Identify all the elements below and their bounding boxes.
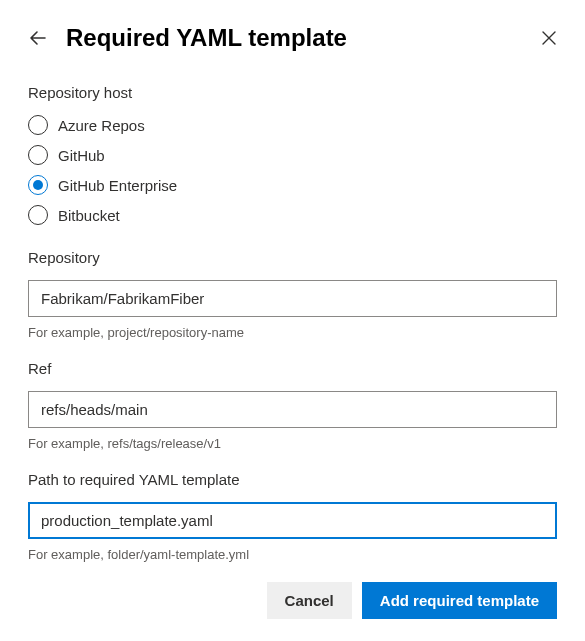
cancel-button[interactable]: Cancel — [267, 582, 352, 619]
ref-input[interactable] — [28, 391, 557, 428]
radio-option-github-enterprise[interactable]: GitHub Enterprise — [28, 175, 557, 195]
radio-label: Bitbucket — [58, 207, 120, 224]
radio-label: Azure Repos — [58, 117, 145, 134]
dialog-title: Required YAML template — [66, 24, 347, 52]
add-required-template-button[interactable]: Add required template — [362, 582, 557, 619]
path-hint: For example, folder/yaml-template.yml — [28, 547, 557, 562]
radio-icon — [28, 205, 48, 225]
radio-icon — [28, 115, 48, 135]
ref-hint: For example, refs/tags/release/v1 — [28, 436, 557, 451]
radio-option-azure-repos[interactable]: Azure Repos — [28, 115, 557, 135]
radio-icon — [28, 145, 48, 165]
path-label: Path to required YAML template — [28, 471, 557, 488]
path-input[interactable] — [28, 502, 557, 539]
radio-dot-icon — [33, 180, 43, 190]
close-icon[interactable] — [541, 30, 557, 46]
repository-host-label: Repository host — [28, 84, 557, 101]
repository-hint: For example, project/repository-name — [28, 325, 557, 340]
ref-label: Ref — [28, 360, 557, 377]
repository-label: Repository — [28, 249, 557, 266]
repository-host-radio-group: Azure Repos GitHub GitHub Enterprise Bit… — [28, 115, 557, 225]
radio-label: GitHub — [58, 147, 105, 164]
radio-option-github[interactable]: GitHub — [28, 145, 557, 165]
repository-input[interactable] — [28, 280, 557, 317]
radio-label: GitHub Enterprise — [58, 177, 177, 194]
radio-icon-selected — [28, 175, 48, 195]
back-icon[interactable] — [28, 28, 48, 48]
radio-option-bitbucket[interactable]: Bitbucket — [28, 205, 557, 225]
